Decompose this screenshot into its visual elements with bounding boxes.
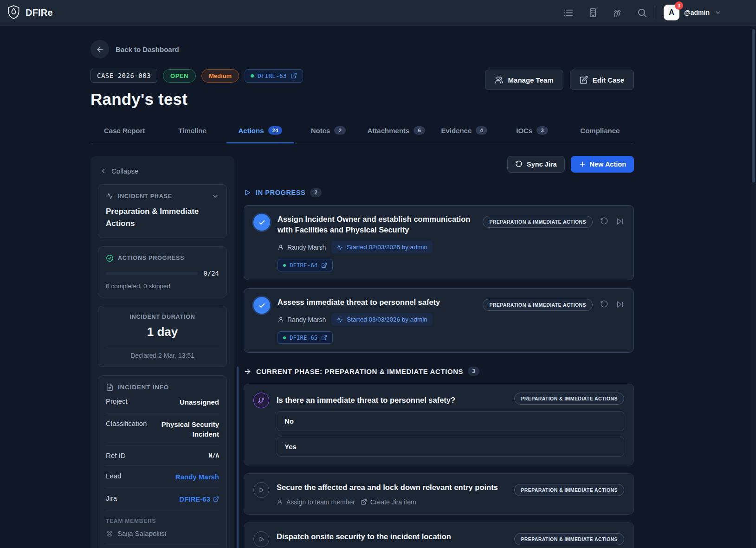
tab-compliance[interactable]: Compliance [566,121,634,143]
play-icon [244,189,251,196]
start-action-button[interactable] [253,482,269,498]
chevron-down-icon[interactable] [212,193,219,200]
activity-icon [336,316,343,323]
complete-action-button[interactable] [253,214,270,231]
new-action-button[interactable]: New Action [571,156,634,173]
green-dot [251,74,254,77]
team-member-name: Saija Salapoliisi [117,529,166,537]
tab-label: Notes [311,127,330,135]
sync-jira-button[interactable]: Sync Jira [507,156,565,173]
jira-key: DFIRE-63 [258,72,287,79]
fingerprint-icon[interactable] [612,7,623,18]
jira-item-badge[interactable]: DFIRE-64 [278,259,333,271]
external-link-icon [213,496,219,502]
progress-count: 0/24 [203,270,219,277]
list-icon[interactable] [563,7,574,18]
collapse-sidebar-button[interactable]: Collapse [98,164,227,176]
search-icon[interactable] [637,7,647,18]
tab-label: IOCs [516,127,532,135]
answer-option-yes[interactable]: Yes [277,437,624,457]
back-to-dashboard[interactable]: Back to Dashboard [90,40,634,58]
check-icon [258,219,266,226]
question-card: Is there an immediate threat to personne… [244,384,634,465]
arrow-left-icon[interactable] [90,40,109,58]
skip-action-button[interactable] [616,216,624,226]
tab-notes[interactable]: Notes 2 [294,121,362,143]
user-icon [278,244,284,251]
info-value: Unassigned [180,397,219,407]
edit-case-button[interactable]: Edit Case [570,70,634,90]
tab-count-badge: 2 [334,126,345,135]
assignee[interactable]: Randy Marsh [278,244,326,251]
app-brand[interactable]: DFIRe [6,4,53,21]
incident-phase-label: INCIDENT PHASE [118,193,172,200]
user-menu[interactable]: A 3 @admin [664,5,722,20]
external-link-icon [361,499,367,505]
scrollbar[interactable] [751,26,756,548]
started-text: Started 02/03/2026 by admin [347,244,427,251]
actions-panel: Sync Jira New Action IN PROGRESS 2 [244,156,634,548]
assign-to-team-member-link[interactable]: Assign to team member [277,498,355,506]
undo-action-button[interactable] [600,216,608,226]
avatar[interactable]: A 3 [664,5,679,20]
assignee[interactable]: Randy Marsh [278,316,326,323]
action-title: Assess immediate threat to personnel saf… [278,297,475,308]
phase-badge: PREPARATION & IMMEDIATE ACTIONS [514,484,624,496]
manage-team-button[interactable]: Manage Team [485,70,563,90]
undo-action-button[interactable] [600,299,608,309]
navbar-icons [563,7,647,18]
action-title: Dispatch onsite security to the incident… [277,531,507,542]
tab-case-report[interactable]: Case Report [90,121,158,143]
user-icon [277,499,283,505]
tab-evidence[interactable]: Evidence 4 [430,121,498,143]
users-icon [495,76,504,84]
skip-forward-icon [616,300,624,309]
skip-action-button[interactable] [616,299,624,309]
decision-branch-icon [253,393,269,408]
incident-duration-value: 1 day [106,325,219,339]
started-text: Started 03/03/2026 by admin [347,316,427,323]
assign-label: Assign to team member [286,498,355,506]
user-icon [278,316,284,323]
skip-forward-icon [616,217,624,226]
info-row-lead: Lead Randy Marsh [106,466,219,488]
jira-link[interactable]: DFIRE-63 [179,494,219,504]
started-badge: Started 02/03/2026 by admin [331,241,432,253]
section-count-badge: 3 [468,367,479,376]
info-key: Project [106,397,128,405]
green-dot [283,264,286,267]
tab-timeline[interactable]: Timeline [158,121,226,143]
notification-badge[interactable]: 3 [675,1,683,10]
git-branch-icon [258,397,265,404]
green-dot [283,336,286,339]
play-icon [258,536,265,542]
jira-link-badge[interactable]: DFIRE-63 [245,69,303,83]
incident-info-card: INCIDENT INFO Project Unassigned Classif… [98,375,227,548]
info-row-classification: Classification Physical Security Inciden… [106,413,219,445]
progress-detail: 0 completed, 0 skipped [106,283,219,290]
jira-item-badge[interactable]: DFIRE-65 [278,331,333,344]
flame-shield-logo-icon [6,4,21,21]
info-value: N/A [208,451,219,460]
team-members-label: TEAM MEMBERS [106,518,219,524]
answer-option-no[interactable]: No [277,411,624,431]
building-icon[interactable] [588,7,598,18]
phase-badge: PREPARATION & IMMEDIATE ACTIONS [483,216,593,228]
tab-iocs[interactable]: IOCs 3 [498,121,566,143]
activity-icon [106,192,114,200]
action-title: Secure the affected area and lock down r… [277,482,507,493]
phase-badge: PREPARATION & IMMEDIATE ACTIONS [483,299,593,311]
complete-action-button[interactable] [253,297,270,314]
case-header-left: CASE-2026-003 OPEN Medium DFIRE-63 Randy… [90,69,303,109]
chevron-down-icon[interactable] [714,9,722,16]
lead-link[interactable]: Randy Marsh [175,472,219,482]
create-jira-item-link[interactable]: Create Jira item [361,498,416,506]
start-action-button[interactable] [253,531,269,547]
tab-attachments[interactable]: Attachments 6 [362,121,430,143]
incident-phase-card: INCIDENT PHASE Preparation & Immediate A… [98,184,227,238]
scrollbar-thumb[interactable] [752,29,755,182]
assignee-name: Randy Marsh [287,244,326,251]
chevron-left-icon [100,168,107,174]
top-navbar: DFIRe [0,0,756,26]
tab-actions[interactable]: Actions 24 [226,121,294,143]
